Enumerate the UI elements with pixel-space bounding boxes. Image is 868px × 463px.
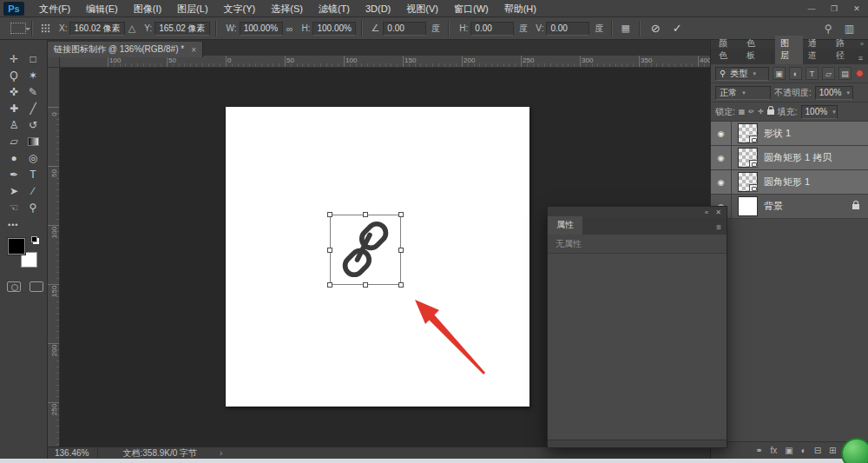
tab-paths[interactable]: 路径 bbox=[831, 36, 858, 64]
layer-row-shape-1[interactable]: ◉ 形状 1 bbox=[711, 122, 868, 146]
cancel-transform-icon[interactable]: ⊘ bbox=[651, 22, 661, 35]
pen-tool[interactable]: ✒ bbox=[6, 168, 22, 181]
tab-properties[interactable]: 属性 bbox=[548, 216, 582, 235]
eraser-tool[interactable]: ▱ bbox=[6, 135, 22, 148]
transform-handle[interactable] bbox=[398, 212, 404, 217]
menu-file[interactable]: 文件(F) bbox=[31, 0, 78, 17]
fill-dropdown[interactable]: 100% ▼ bbox=[801, 105, 838, 119]
adjustment-layer-icon[interactable]: ◐ bbox=[801, 446, 806, 455]
panel-menu-icon[interactable]: ≡ bbox=[858, 54, 868, 64]
filter-shape-layers-icon[interactable]: ▱ bbox=[822, 67, 835, 80]
maintain-aspect-link-icon[interactable]: ∞ bbox=[286, 23, 293, 34]
history-brush-tool[interactable]: ↺ bbox=[25, 118, 41, 131]
width-field[interactable]: 100.00% bbox=[240, 22, 283, 36]
search-icon[interactable]: ⚲ bbox=[825, 23, 832, 35]
layer-mask-icon[interactable]: ▣ bbox=[785, 446, 792, 455]
type-tool[interactable]: T bbox=[25, 168, 41, 181]
free-transform-bounding-box[interactable] bbox=[330, 215, 401, 285]
close-panel-icon[interactable]: ✕ bbox=[715, 208, 721, 216]
collapse-panel-icon[interactable]: « bbox=[705, 208, 708, 216]
path-selection-tool[interactable]: ➤ bbox=[6, 184, 22, 197]
status-options-chevron-icon[interactable]: › bbox=[220, 448, 222, 458]
magic-wand-tool[interactable]: ✶ bbox=[25, 69, 41, 82]
panel-resize-handle[interactable] bbox=[548, 440, 727, 447]
filter-smart-objects-icon[interactable]: ▤ bbox=[838, 67, 852, 80]
reference-point-locator-icon[interactable] bbox=[41, 23, 50, 33]
lock-position-icon[interactable]: ✛ bbox=[758, 108, 764, 116]
height-field[interactable]: 100.00% bbox=[312, 22, 356, 36]
menu-filter[interactable]: 滤镜(T) bbox=[311, 0, 358, 17]
blend-mode-dropdown[interactable]: 正常 ▼ bbox=[715, 86, 771, 100]
link-layers-icon[interactable]: ⚭ bbox=[755, 446, 762, 455]
menu-select[interactable]: 选择(S) bbox=[263, 0, 311, 17]
menu-image[interactable]: 图像(I) bbox=[126, 0, 169, 17]
layer-filtering-toggle[interactable] bbox=[856, 69, 864, 77]
relative-position-toggle-icon[interactable]: △ bbox=[128, 23, 135, 34]
foreground-color-swatch[interactable] bbox=[8, 238, 25, 255]
quick-mask-mode-icon[interactable] bbox=[7, 281, 21, 292]
menu-help[interactable]: 帮助(H) bbox=[496, 0, 544, 17]
v-skew-field[interactable]: 0.00 bbox=[546, 22, 589, 36]
lock-pixels-icon[interactable]: ✏ bbox=[748, 108, 754, 116]
transform-handle[interactable] bbox=[327, 248, 332, 253]
menu-edit[interactable]: 编辑(E) bbox=[78, 0, 126, 17]
layer-thumbnail[interactable] bbox=[738, 196, 758, 216]
crop-tool[interactable]: ✜ bbox=[6, 85, 22, 98]
layer-thumbnail[interactable] bbox=[738, 148, 758, 168]
collapse-panels-icon[interactable]: » bbox=[860, 41, 864, 47]
tab-color[interactable]: 颜色 bbox=[713, 36, 741, 64]
menu-view[interactable]: 视图(V) bbox=[398, 0, 446, 17]
transform-handle[interactable] bbox=[398, 282, 404, 288]
transform-handle[interactable] bbox=[327, 212, 332, 217]
filter-pixel-layers-icon[interactable]: ▣ bbox=[773, 67, 786, 80]
screen-mode-icon[interactable] bbox=[30, 281, 43, 292]
zoom-level-field[interactable]: 136.46% bbox=[48, 448, 98, 458]
layer-filter-dropdown[interactable]: ⚲ 类型 ▼ bbox=[715, 67, 769, 81]
blur-tool[interactable]: ● bbox=[6, 151, 22, 164]
commit-transform-icon[interactable]: ✓ bbox=[673, 22, 682, 35]
spot-healing-brush-tool[interactable]: ✚ bbox=[6, 102, 22, 115]
new-group-icon[interactable]: ⊟ bbox=[814, 446, 821, 455]
menu-window[interactable]: 窗口(W) bbox=[446, 0, 496, 17]
eyedropper-tool[interactable]: ✎ bbox=[25, 85, 41, 98]
restore-button[interactable]: ❐ bbox=[823, 0, 845, 17]
panel-menu-icon[interactable]: ≡ bbox=[716, 222, 727, 235]
rotation-field[interactable]: 0.00 bbox=[383, 22, 426, 36]
transform-handle[interactable] bbox=[363, 282, 368, 288]
horizontal-ruler[interactable]: 100 50 0 50 100 150 200 250 300 350 400 bbox=[60, 56, 710, 68]
layer-name[interactable]: 背景 bbox=[764, 200, 852, 213]
tool-preset-picker-icon[interactable] bbox=[10, 23, 26, 34]
workspace-switcher-icon[interactable]: ▥ bbox=[845, 23, 854, 35]
transform-handle[interactable] bbox=[363, 212, 368, 217]
opacity-dropdown[interactable]: 100% ▼ bbox=[815, 86, 853, 100]
overlay-badge-icon[interactable] bbox=[841, 438, 868, 463]
transform-handle[interactable] bbox=[398, 248, 404, 253]
menu-3d[interactable]: 3D(D) bbox=[358, 0, 398, 17]
visibility-eye-icon[interactable]: ◉ bbox=[711, 122, 732, 145]
properties-panel[interactable]: « ✕ 属性 ≡ 无属性 bbox=[547, 206, 727, 448]
menu-type[interactable]: 文字(Y) bbox=[216, 0, 264, 17]
menu-layer[interactable]: 图层(L) bbox=[169, 0, 215, 17]
hand-tool[interactable]: ☜ bbox=[6, 201, 22, 214]
layer-name[interactable]: 圆角矩形 1 bbox=[764, 175, 868, 189]
line-tool[interactable]: ∕ bbox=[25, 184, 41, 197]
zoom-tool[interactable]: ⚲ bbox=[25, 201, 41, 214]
warp-mode-toggle-icon[interactable]: ▦ bbox=[621, 23, 629, 34]
tab-swatches[interactable]: 色板 bbox=[741, 36, 769, 64]
gradient-tool[interactable] bbox=[25, 135, 41, 148]
layer-row-rounded-rect-copy[interactable]: ◉ 圆角矩形 1 拷贝 bbox=[711, 146, 868, 170]
default-colors-icon[interactable] bbox=[31, 236, 37, 242]
visibility-eye-icon[interactable]: ◉ bbox=[711, 146, 732, 169]
y-position-field[interactable]: 165.02 像素 bbox=[155, 22, 209, 36]
close-button[interactable]: ✕ bbox=[845, 0, 868, 17]
filter-type-layers-icon[interactable]: T bbox=[806, 67, 819, 80]
layer-thumbnail[interactable] bbox=[738, 123, 758, 143]
rectangular-marquee-tool[interactable]: □ bbox=[25, 52, 41, 65]
lock-transparency-icon[interactable]: ▦ bbox=[739, 108, 746, 116]
visibility-eye-icon[interactable]: ◉ bbox=[711, 170, 732, 194]
new-layer-icon[interactable]: ⊞ bbox=[829, 446, 836, 455]
clone-stamp-tool[interactable]: ♙ bbox=[6, 118, 22, 131]
document-tab[interactable]: 链接图标制作 @ 136%(RGB/8#) * × bbox=[48, 42, 203, 57]
brush-tool[interactable]: ╱ bbox=[25, 102, 41, 115]
layer-style-icon[interactable]: fx bbox=[770, 446, 777, 455]
